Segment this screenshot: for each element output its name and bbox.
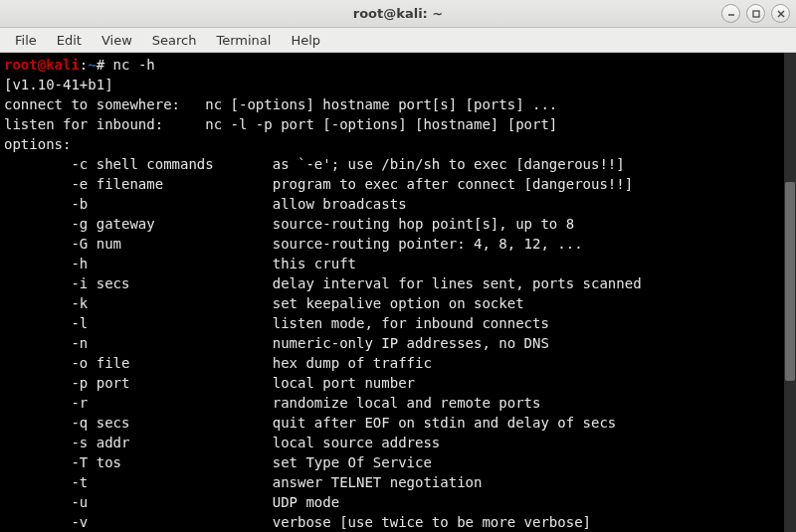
svg-rect-1 [753, 11, 759, 17]
terminal-content[interactable]: root@kali:~# nc -h[v1.10-41+b1]connect t… [0, 53, 784, 532]
option-row-9: -n numeric-only IP addresses, no DNS [4, 333, 784, 353]
option-row-1: -e filename program to exec after connec… [4, 174, 784, 194]
menu-help[interactable]: Help [282, 31, 329, 50]
option-row-18: -v verbose [use twice to be more verbose… [4, 512, 784, 532]
window-title: root@kali: ~ [353, 6, 443, 21]
close-button[interactable] [771, 4, 790, 23]
menu-search[interactable]: Search [143, 31, 206, 50]
titlebar: root@kali: ~ [0, 0, 796, 28]
menu-file[interactable]: File [6, 31, 46, 50]
option-row-3: -g gateway source-routing hop point[s], … [4, 214, 784, 234]
output-connect: connect to somewhere: nc [-options] host… [4, 94, 784, 114]
maximize-button[interactable] [746, 4, 765, 23]
option-row-7: -k set keepalive option on socket [4, 293, 784, 313]
option-row-2: -b allow broadcasts [4, 194, 784, 214]
close-icon [776, 9, 786, 19]
option-row-16: -t answer TELNET negotiation [4, 472, 784, 492]
option-row-6: -i secs delay interval for lines sent, p… [4, 273, 784, 293]
menu-view[interactable]: View [93, 31, 141, 50]
option-row-12: -r randomize local and remote ports [4, 393, 784, 413]
option-row-15: -T tos set Type Of Service [4, 452, 784, 472]
option-row-10: -o file hex dump of traffic [4, 353, 784, 373]
prompt-userhost: root@kali [4, 57, 80, 73]
prompt-hash: # [97, 57, 113, 73]
window-controls [721, 4, 790, 23]
minimize-button[interactable] [721, 4, 740, 23]
prompt-command: nc -h [113, 57, 155, 73]
option-row-4: -G num source-routing pointer: 4, 8, 12,… [4, 234, 784, 254]
output-version: [v1.10-41+b1] [4, 75, 784, 94]
option-row-5: -h this cruft [4, 254, 784, 273]
scrollbar[interactable] [784, 53, 796, 532]
terminal-area: root@kali:~# nc -h[v1.10-41+b1]connect t… [0, 53, 796, 532]
option-row-8: -l listen mode, for inbound connects [4, 313, 784, 333]
prompt-path: ~ [88, 57, 96, 73]
menubar: File Edit View Search Terminal Help [0, 28, 796, 53]
menu-terminal[interactable]: Terminal [207, 31, 280, 50]
scrollbar-thumb[interactable] [785, 182, 795, 381]
terminal-window: root@kali: ~ File Edit View Search Termi… [0, 0, 796, 532]
option-row-11: -p port local port number [4, 373, 784, 393]
output-listen: listen for inbound: nc -l -p port [-opti… [4, 114, 784, 134]
option-row-17: -u UDP mode [4, 492, 784, 512]
option-row-0: -c shell commands as `-e'; use /bin/sh t… [4, 154, 784, 174]
prompt-line: root@kali:~# nc -h [4, 55, 784, 75]
minimize-icon [726, 9, 736, 19]
option-row-14: -s addr local source address [4, 433, 784, 452]
option-row-13: -q secs quit after EOF on stdin and dela… [4, 413, 784, 433]
menu-edit[interactable]: Edit [48, 31, 91, 50]
output-options-hdr: options: [4, 134, 784, 154]
maximize-icon [751, 9, 761, 19]
